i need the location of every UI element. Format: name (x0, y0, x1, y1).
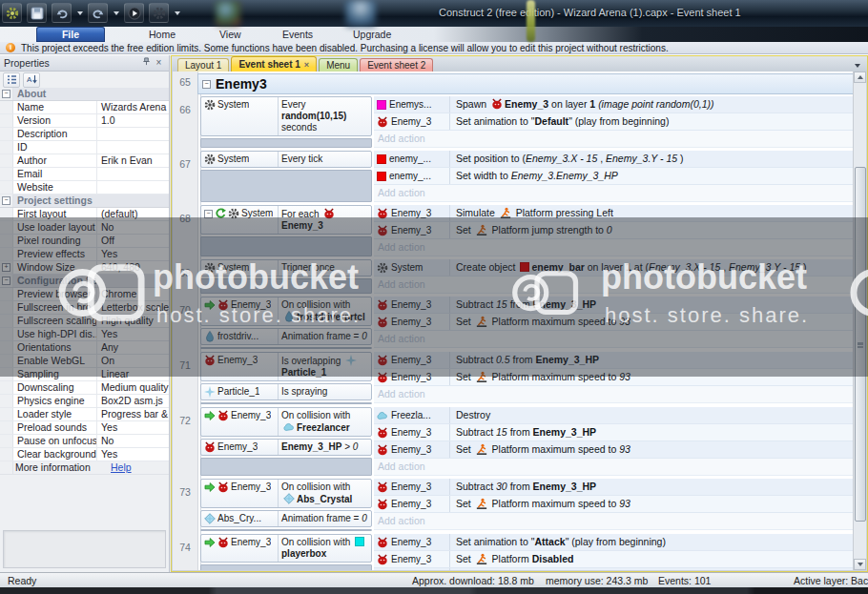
property-value[interactable]: Linear (97, 368, 169, 380)
tab-list-dropdown[interactable] (851, 60, 864, 72)
property-value[interactable]: High quality (97, 315, 169, 327)
event-number[interactable]: 69 (173, 259, 197, 294)
event-number[interactable]: 65 (173, 73, 197, 94)
add-action-link[interactable]: Add action (374, 331, 854, 348)
event-number[interactable]: 68 (173, 205, 197, 256)
event-number[interactable]: 70 (173, 297, 197, 349)
property-value[interactable]: No (97, 435, 169, 447)
property-value[interactable]: Off (97, 235, 169, 247)
event-number[interactable]: 67 (173, 151, 197, 202)
action-row[interactable]: enemy_...Set position to (Enemy_3.X - 15… (374, 151, 854, 168)
property-value[interactable]: Yes (97, 328, 169, 340)
property-value[interactable]: Erik n Evan (97, 154, 169, 167)
property-value[interactable] (97, 168, 169, 180)
action-row[interactable]: Enemy_3Set animation to "Attack" (play f… (374, 534, 854, 551)
dropdown-arrow-icon[interactable] (175, 11, 180, 15)
action-row[interactable]: Enemy_3Set Platform maximum speed to 93 (374, 369, 854, 386)
event-number[interactable]: 74 (173, 534, 197, 570)
event-number[interactable]: 66 (173, 96, 197, 148)
property-section-configuration-settings[interactable]: −Configuration Settings (0, 275, 169, 288)
condition[interactable]: SystemEvery tick (200, 151, 372, 168)
save-button[interactable] (27, 3, 47, 23)
property-value[interactable]: Box2D asm.js (97, 395, 169, 407)
property-value[interactable]: Yes (97, 448, 169, 461)
property-value[interactable]: Wizards Arena (97, 101, 169, 113)
close-icon[interactable]: × (153, 57, 165, 69)
dropdown-arrow-icon[interactable] (114, 11, 119, 15)
add-action-link[interactable]: Add action (374, 185, 854, 202)
action-row[interactable]: enemy_...Set width to Enemy_3.Enemy_3_HP (374, 168, 854, 185)
collapse-icon[interactable]: − (204, 210, 213, 218)
property-section-about[interactable]: −About (0, 88, 169, 101)
property-section-project-settings[interactable]: −Project settings (0, 195, 169, 208)
condition[interactable]: Enemy_3Is overlapping Particle_1 (200, 352, 372, 381)
ribbon-tab-home[interactable]: Home (143, 27, 181, 42)
property-value[interactable]: 640, 480 (97, 261, 169, 274)
undo-button[interactable] (52, 3, 72, 23)
event-number[interactable]: 72 (173, 407, 197, 476)
action-row[interactable]: Enemy_3Simulate Platform pressing Left (374, 205, 854, 222)
property-value[interactable]: Chrome (97, 288, 169, 300)
scrollbar-thumb[interactable] (855, 167, 866, 522)
action-row[interactable]: Enemys...Spawn Enemy_3 on layer 1 (image… (374, 96, 854, 113)
tab-menu[interactable]: Menu (319, 58, 358, 72)
property-value[interactable] (97, 141, 169, 154)
property-value[interactable]: Medium quality (97, 381, 169, 394)
add-action-link[interactable]: Add action (374, 239, 854, 256)
condition[interactable]: Abs_Cry...Animation frame = 0 (200, 510, 372, 527)
tab-layout-1[interactable]: Layout 1 (177, 58, 229, 72)
condition[interactable]: Enemy_3On collision with frostdriverprtc… (200, 297, 372, 326)
action-row[interactable]: Enemy_3Subtract 15 from Enemy_3_HP (374, 424, 854, 441)
add-action-link[interactable]: Add action (374, 131, 854, 148)
add-action-link[interactable]: Add action (374, 513, 854, 530)
action-row[interactable]: Enemy_3Subtract 30 from Enemy_3_HP (374, 479, 854, 496)
property-value[interactable]: Yes (97, 248, 169, 260)
condition[interactable]: −SystemFor each Enemy_3 (200, 205, 372, 235)
add-action-link[interactable]: Add action (374, 459, 854, 476)
ribbon-tab-upgrade[interactable]: Upgrade (347, 27, 397, 42)
vertical-scrollbar[interactable] (853, 72, 866, 570)
action-row[interactable]: Enemy_3Set Platform maximum speed to 93 (374, 441, 854, 459)
event-number[interactable]: 73 (173, 479, 197, 531)
action-row[interactable]: SystemCreate object enemy_bar on layer 1… (374, 259, 854, 277)
condition[interactable]: Enemy_3On collision with Abs_Crystal (200, 479, 372, 508)
action-row[interactable]: Enemy_3Set Platform maximum speed to 93 (374, 314, 854, 331)
event-number[interactable]: 71 (173, 352, 197, 404)
collapse-icon[interactable]: − (2, 277, 10, 285)
condition[interactable]: Particle_1Is spraying (200, 383, 372, 400)
action-row[interactable]: Enemy_3Set Platform Disabled (374, 551, 854, 568)
condition[interactable]: frostdriv...Animation frame = 0 (200, 328, 372, 345)
categorized-view-button[interactable] (3, 72, 20, 88)
property-value[interactable]: No (97, 221, 169, 234)
scroll-down-button[interactable] (854, 559, 866, 570)
close-tab-icon[interactable]: × (304, 60, 309, 70)
condition[interactable]: Enemy_3On collision with Freezlancer (200, 407, 372, 437)
property-value[interactable]: Progress bar & logo (97, 408, 169, 420)
tab-event-sheet-1[interactable]: Event sheet 1× (231, 56, 317, 72)
condition[interactable]: SystemEvery random(10,15) seconds (200, 96, 372, 136)
expand-icon[interactable]: + (2, 263, 10, 272)
action-row[interactable]: Enemy_3Subtract 0.5 from Enemy_3_HP (374, 352, 854, 369)
action-row[interactable]: SystemSubtract 10 from PlayerHP (374, 568, 854, 570)
help-link[interactable]: Help (107, 461, 132, 474)
action-row[interactable]: Freezla...Destroy (374, 407, 854, 424)
event-group-header[interactable]: 65 − Enemy3 (173, 73, 854, 94)
property-value[interactable]: (default) (97, 208, 169, 220)
collapse-icon[interactable]: − (202, 80, 211, 89)
sort-alphabetical-button[interactable]: A (23, 72, 40, 88)
action-row[interactable]: Enemy_3Subtract 15 from Enemy_3_HP (374, 297, 854, 314)
property-value[interactable]: On (97, 355, 169, 367)
property-value[interactable]: Yes (97, 421, 169, 434)
tab-event-sheet-2[interactable]: Event sheet 2 (360, 58, 433, 72)
scroll-up-button[interactable] (854, 72, 866, 83)
ribbon-tab-events[interactable]: Events (277, 27, 319, 42)
dropdown-arrow-icon[interactable] (77, 11, 83, 15)
condition[interactable]: Enemy_3Enemy_3_HP > 0 (200, 439, 372, 456)
property-value[interactable] (97, 181, 169, 194)
action-row[interactable]: Enemy_3Set Platform maximum speed to 93 (374, 496, 854, 513)
ribbon-tab-view[interactable]: View (214, 27, 247, 42)
redo-button[interactable] (88, 3, 108, 23)
ribbon-tab-file[interactable]: File (36, 27, 105, 42)
debug-button[interactable] (149, 3, 169, 23)
run-button[interactable] (124, 3, 144, 23)
